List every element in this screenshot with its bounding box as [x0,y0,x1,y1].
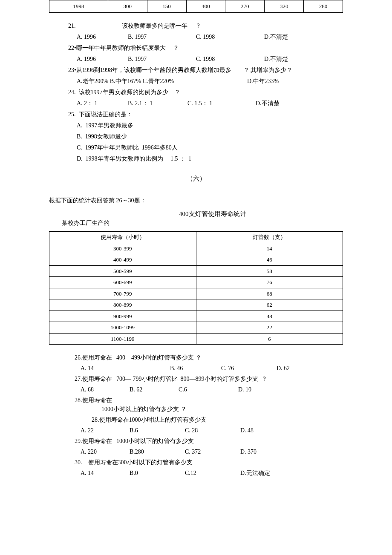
q25-opt-d: D. 1998年青年男女教师的比例为 1.5 ： 1 [77,154,343,163]
table-row: 900-99948 [49,311,343,322]
q29-options: A. 220B.280C. 372D. 370 [75,447,343,456]
cell-val3: 400 [186,0,225,13]
header-count: 灯管数（支） [196,232,343,243]
q27-opt-c: C.6 [179,385,238,394]
table2-title: 400支灯管使用寿命统计 某校办工厂生产的 [49,209,343,230]
q24-opt-c: C. 1.5： 1 [187,99,256,108]
table-row: 800-89962 [49,299,343,311]
table2-title-left: 某校办工厂生产的 [62,219,110,227]
lamp-count: 62 [196,299,343,311]
q28-mid: 1000小时以上的灯管有多少支 ？ [101,406,187,412]
lamp-count: 22 [196,322,343,334]
lamp-count: 76 [196,277,343,288]
q28-opt-b: B.6 [130,426,185,435]
q27-line: 27.使用寿命在 700— 799小时的灯管比 800—899小时的灯管多多少支… [75,374,343,383]
life-range: 700-799 [49,288,196,299]
q24-text: 24. 该校1997年男女教师的比例为多少 [68,89,168,95]
lamp-count: 14 [196,243,343,254]
q23-qmark: ？ [243,67,249,73]
life-range: 500-599 [49,265,196,277]
q24-opt-d: D.不清楚 [256,99,307,108]
cell-val2: 150 [147,0,186,13]
q22-opt-b: B. 1997 [128,55,196,63]
table2-title-right: 400支灯管使用寿命统计 [179,209,246,219]
section-six-marker: （六） [49,174,343,184]
q24-line: 24. 该校1997年男女教师的比例为多少 ？ [68,88,343,97]
lamp-life-table: 使用寿命（小时） 灯管数（支） 300-39914 400-49946 500-… [49,231,343,345]
q26-opt-a: A. 14 [81,364,170,373]
life-range: 1100-1199 [49,333,196,345]
top-data-row-table: 1998 300 150 400 270 320 280 [49,0,343,13]
q25-line: 25. 下面说法正确的是： [68,110,343,119]
q27-mid: 700— 799小时的灯管比 800—899小时的灯管多多少支 ？ [116,376,267,382]
life-range: 300-399 [49,243,196,254]
table-row: 1100-11996 [49,333,343,345]
q26-line: 26.使用寿命在 400—499小时的灯管有多少支 ？ [75,353,343,362]
q23-opt-abc: A.老年200% B.中年167% C.青年220% [77,77,247,86]
q25-opt-b: B. 1998女教师最少 [77,132,343,141]
q22-opt-c: C. 1998 [196,55,264,63]
table-row: 700-79968 [49,288,343,299]
q23-opt-d: D.中年233% [247,77,298,86]
q24-opt-b: B. 2.1： 1 [128,99,187,108]
q23-line: 23•从1996到1998年，该校哪一个年龄段的男教师人数增加最多 ？ 其增率为… [68,66,343,75]
q21-qmark: ？ [195,23,201,29]
table-row: 600-69976 [49,277,343,288]
q24-options: A. 2： 1 B. 2.1： 1 C. 1.5： 1 D.不清楚 [77,99,343,108]
q24-qmark: ？ [174,89,180,95]
q27-pre: 27.使用寿命在 [75,376,112,382]
q23-text: 23•从1996到1998年，该校哪一个年龄段的男教师人数增加最多 [68,67,231,73]
q30-opt-d: D.无法确定 [240,470,270,476]
q29-line: 29.使用寿命在 1000小时以下的灯管有多少支 [75,437,343,446]
q28-opt-d: D. 48 [240,427,254,434]
q30-opt-a: A. 14 [81,469,130,477]
q22-options: A. 1996 B. 1997 C. 1998 D.不清楚 [77,55,343,63]
life-range: 1000-1099 [49,322,196,334]
lamp-count: 68 [196,288,343,299]
table-row: 1000-109922 [49,322,343,334]
cell-val4: 270 [225,0,265,13]
q22-text: 22•哪一年中年男教师的增长幅度最大 [68,45,166,51]
q23-options: A.老年200% B.中年167% C.青年220% D.中年233% [77,77,343,86]
lamp-count: 58 [196,265,343,277]
q30-line: 30. 使用寿命在300小时以下的灯管有多少支 [75,458,343,467]
table-row: 500-59958 [49,265,343,277]
q21-opt-b: B. 1997 [128,32,196,41]
life-range: 800-899 [49,299,196,311]
q28-sub: 28.使用寿命在1000小时以上的灯管有多少支 [92,415,343,424]
table-row: 400-49946 [49,254,343,266]
life-range: 600-699 [49,277,196,288]
q27-opt-d: D. 10 [238,386,251,393]
q26-options: A. 14B. 46C. 76D. 62 [75,364,343,373]
q27-opt-a: A. 68 [81,385,130,394]
q21-num: 21. [68,23,76,29]
table-header-row: 使用寿命（小时） 灯管数（支） [49,232,343,243]
table-row: 1998 300 150 400 270 320 280 [49,0,343,13]
q26-opt-d: D. 62 [277,365,290,371]
q27-opt-b: B. 62 [130,385,179,394]
q25-opt-a: A. 1997年男教师最多 [77,121,343,130]
cell-val5: 320 [265,0,304,13]
life-range: 900-999 [49,311,196,322]
q26-opt-c: C. 76 [221,364,277,373]
q28-opt-a: A. 22 [81,426,130,435]
q22-opt-a: A. 1996 [77,55,128,63]
q22-line: 22•哪一年中年男教师的增长幅度最大 ？ [68,43,343,52]
q21-opt-c: C. 1998 [196,32,264,41]
q21-text: 该校教师最多的是哪一年 [122,23,187,29]
question-group-2: 26.使用寿命在 400—499小时的灯管有多少支 ？ A. 14B. 46C.… [75,353,343,477]
q26-pre: 26.使用寿命在 [75,354,112,361]
q27-options: A. 68B. 62C.6D. 10 [75,385,343,394]
q29-opt-c: C. 372 [185,447,240,456]
q24-opt-a: A. 2： 1 [77,99,128,108]
section6-instructions: 根据下面的统计表回答第 26～30题： [49,196,343,205]
q28-pre: 28.使用寿命在 [75,397,112,403]
q29-mid: 1000小时以下的灯管有多少支 [116,438,194,444]
q22-qmark: ？ [173,45,179,51]
q21-line: 21. 该校教师最多的是哪一年 ？ [68,21,343,30]
lamp-count: 6 [196,333,343,345]
q30-opt-b: B.0 [130,469,185,477]
q28-options: A. 22B.6C. 28D. 48 [75,426,343,435]
q29-opt-b: B.280 [130,447,185,456]
lamp-count: 46 [196,254,343,266]
